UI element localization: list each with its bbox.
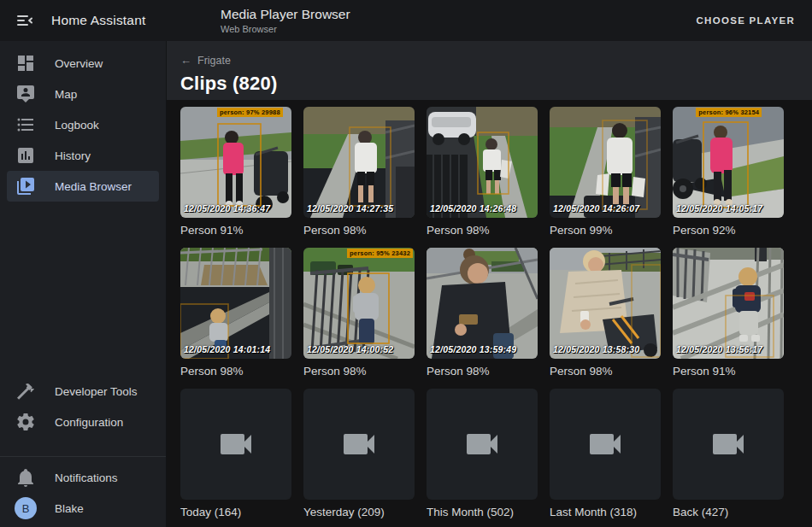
detection-label: person: 97% 29988 — [217, 108, 283, 117]
sidebar-divider — [0, 456, 166, 457]
sidebar-item-developer-tools[interactable]: Developer Tools — [7, 376, 159, 407]
detection-label: person: 96% 32154 — [696, 108, 762, 117]
folder-caption: Yesterday (209) — [303, 506, 415, 518]
sidebar-item-label: History — [55, 149, 91, 162]
clip-caption: Person 98% — [303, 365, 415, 378]
page-title-block: Media Player Browser Web Browser — [221, 7, 350, 34]
folder-tile[interactable]: Today (164) — [180, 389, 291, 518]
view-dashboard-icon — [15, 53, 36, 73]
clip-timestamp-overlay: 12/05/2020 13:56:17 — [676, 344, 762, 354]
page-subtitle: Web Browser — [221, 24, 350, 35]
sidebar-item-logbook[interactable]: Logbook — [7, 109, 159, 140]
sidebar-item-history[interactable]: History — [7, 140, 159, 171]
sidebar-item-label: Notifications — [55, 471, 118, 484]
sidebar-item-label: Configuration — [55, 416, 123, 429]
content-header: ← Frigate Clips (820) — [167, 41, 812, 100]
folder-tile[interactable]: Back (427) — [673, 389, 784, 518]
page-title: Media Player Browser — [221, 7, 350, 22]
clip-scene-image — [673, 107, 784, 218]
clip-caption: Person 98% — [550, 365, 661, 378]
sidebar-header: Home Assistant — [0, 10, 167, 31]
clip-scene-image — [550, 248, 661, 359]
clip-tile[interactable]: person: 95% 23432 12/05/2020 14:00:52 Pe… — [303, 248, 415, 378]
clip-tile[interactable]: 12/05/2020 14:27:35 Person 98% — [303, 107, 415, 237]
clip-thumbnail[interactable]: person: 97% 29988 12/05/2020 14:36:47 — [180, 107, 291, 218]
clip-scene-image — [427, 107, 538, 218]
sidebar-item-user[interactable]: B Blake — [7, 493, 159, 524]
clip-caption: Person 91% — [673, 365, 784, 378]
clip-timestamp-overlay: 12/05/2020 14:00:52 — [307, 344, 393, 354]
avatar: B — [15, 497, 37, 519]
folder-thumbnail[interactable] — [673, 389, 784, 500]
clip-thumbnail[interactable]: 12/05/2020 14:01:14 — [180, 248, 291, 359]
folder-tile[interactable]: This Month (502) — [427, 389, 538, 518]
clip-tile[interactable]: 12/05/2020 13:58:30 Person 98% — [550, 248, 661, 378]
clip-timestamp-overlay: 12/05/2020 14:05:17 — [676, 203, 762, 214]
sidebar-item-overview[interactable]: Overview — [7, 48, 159, 79]
breadcrumb-back[interactable]: ← Frigate — [180, 54, 231, 67]
sidebar-item-notifications[interactable]: Notifications — [7, 462, 159, 493]
sidebar: Overview Map Logbook History Media Brows… — [0, 41, 167, 527]
folder-caption: Today (164) — [180, 506, 291, 518]
folder-thumbnail[interactable] — [550, 389, 661, 500]
clip-thumbnail[interactable]: 12/05/2020 13:58:30 — [550, 248, 661, 359]
clip-thumbnail[interactable]: 12/05/2020 13:59:49 — [427, 248, 538, 359]
clip-timestamp-overlay: 12/05/2020 14:26:48 — [430, 203, 516, 214]
clip-tile[interactable]: person: 97% 29988 12/05/2020 14:36:47 Pe… — [180, 107, 291, 237]
app-window: Home Assistant Media Player Browser Web … — [0, 0, 812, 527]
clip-thumbnail[interactable]: 12/05/2020 14:27:35 — [303, 107, 415, 218]
folder-tile[interactable]: Last Month (318) — [550, 389, 661, 518]
user-name: Blake — [55, 502, 84, 515]
app-title: Home Assistant — [51, 13, 145, 28]
sidebar-item-media-browser[interactable]: Media Browser — [7, 171, 159, 202]
clip-timestamp-overlay: 12/05/2020 14:27:35 — [307, 203, 393, 214]
account-location-icon — [15, 84, 36, 104]
clip-scene-image — [303, 248, 415, 359]
folder-thumbnail[interactable] — [180, 389, 291, 500]
folder-thumbnail[interactable] — [303, 389, 415, 500]
clip-caption: Person 99% — [550, 224, 661, 237]
sidebar-item-label: Media Browser — [55, 180, 132, 193]
clip-thumbnail[interactable]: person: 96% 32154 12/05/2020 14:05:17 — [673, 107, 784, 218]
clip-tile[interactable]: 12/05/2020 13:56:17 Person 91% — [673, 248, 784, 378]
video-camera-icon — [215, 424, 256, 465]
folder-caption: Back (427) — [673, 506, 784, 518]
sidebar-item-configuration[interactable]: Configuration — [7, 407, 159, 437]
video-camera-icon — [462, 424, 503, 465]
breadcrumb-label: Frigate — [197, 55, 231, 67]
clip-timestamp-overlay: 12/05/2020 13:59:49 — [430, 344, 516, 354]
clip-scene-image — [303, 107, 415, 218]
clip-timestamp-overlay: 12/05/2020 14:26:07 — [553, 203, 639, 214]
clip-thumbnail[interactable]: 12/05/2020 14:26:07 — [550, 107, 661, 218]
sidebar-item-label: Logbook — [55, 119, 99, 132]
list-icon — [15, 114, 36, 135]
clip-timestamp-overlay: 12/05/2020 14:36:47 — [184, 203, 270, 214]
clip-caption: Person 98% — [303, 224, 415, 237]
clip-thumbnail[interactable]: 12/05/2020 13:56:17 — [673, 248, 784, 359]
sidebar-item-label: Overview — [55, 57, 103, 70]
sidebar-toggle-icon[interactable] — [15, 10, 35, 31]
chart-icon — [15, 145, 36, 166]
clip-scene-image — [427, 248, 538, 359]
clip-caption: Person 98% — [427, 224, 538, 237]
clip-tile[interactable]: 12/05/2020 14:26:48 Person 98% — [427, 107, 538, 237]
clip-tile[interactable]: 12/05/2020 14:01:14 Person 98% — [180, 248, 291, 378]
clip-tile[interactable]: person: 96% 32154 12/05/2020 14:05:17 Pe… — [673, 107, 784, 237]
choose-player-button[interactable]: CHOOSE PLAYER — [691, 9, 800, 32]
clip-scene-image — [673, 248, 784, 359]
clip-thumbnail[interactable]: person: 95% 23432 12/05/2020 14:00:52 — [303, 248, 415, 359]
sidebar-item-map[interactable]: Map — [7, 79, 159, 109]
video-camera-icon — [338, 424, 380, 465]
folder-thumbnail[interactable] — [427, 389, 538, 500]
clip-thumbnail[interactable]: 12/05/2020 14:26:48 — [427, 107, 538, 218]
folder-tile[interactable]: Yesterday (209) — [303, 389, 415, 518]
sidebar-item-label: Developer Tools — [55, 385, 138, 398]
video-camera-icon — [708, 424, 749, 465]
sidebar-item-label: Map — [55, 88, 77, 101]
page-heading: Clips (820) — [180, 73, 812, 95]
clip-timestamp-overlay: 12/05/2020 14:01:14 — [184, 344, 270, 354]
clip-tile[interactable]: 12/05/2020 14:26:07 Person 99% — [550, 107, 661, 237]
clip-tile[interactable]: 12/05/2020 13:59:49 Person 98% — [427, 248, 538, 378]
main-content: ← Frigate Clips (820) person: 97% 29988 … — [167, 41, 812, 527]
app-bar: Home Assistant Media Player Browser Web … — [0, 0, 812, 41]
